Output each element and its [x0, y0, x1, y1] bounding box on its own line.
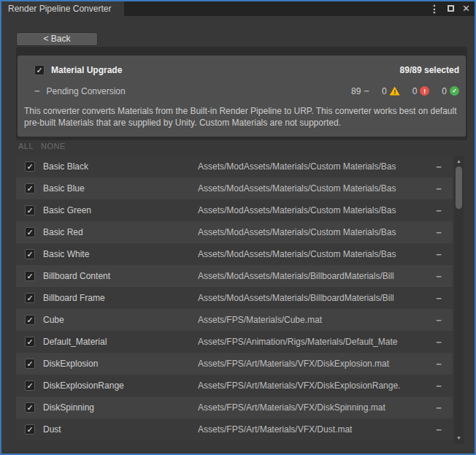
list-item[interactable]: ✓ Basic Black Assets/ModAssets/Materials…	[16, 156, 453, 177]
item-path: Assets/FPS/Materials/Cube.mat	[198, 315, 425, 325]
error-count: 0	[412, 86, 418, 96]
item-name: Basic White	[43, 249, 198, 259]
item-checkbox[interactable]: ✓	[25, 249, 35, 259]
list-item[interactable]: ✓ Basic Blue Assets/ModAssets/Materials/…	[16, 177, 453, 199]
maximize-icon[interactable]	[448, 1, 454, 16]
item-name: Basic Red	[43, 227, 198, 237]
success-icon: ✓	[450, 86, 459, 96]
list-item[interactable]: ✓ DiskExplosion Assets/FPS/Art/Materials…	[16, 353, 453, 375]
status-counters: 89 − 0 ! 0 ! 0 ✓	[351, 85, 459, 96]
item-status-icon: −	[425, 249, 453, 260]
item-status-icon: −	[425, 315, 453, 326]
item-name: DiskExplosionRange	[43, 381, 198, 391]
render-pipeline-converter-window: Render Pipeline Converter ⋮ ✕ < Back ✓ M…	[0, 0, 476, 455]
pending-count: 89	[351, 86, 361, 96]
item-status-icon: −	[425, 381, 453, 391]
item-status-icon: −	[425, 183, 453, 194]
item-path: Assets/ModAssets/Materials/Custom Materi…	[198, 183, 425, 194]
converter-title: Material Upgrade	[51, 65, 122, 75]
list-item[interactable]: ✓ DiskSpinning Assets/FPS/Art/Materials/…	[16, 397, 453, 418]
list-item[interactable]: ✓ Dust Assets/FPS/Art/Materials/VFX/Dust…	[16, 418, 453, 440]
list-item[interactable]: ✓ Default_Material Assets/FPS/Animation/…	[16, 331, 453, 353]
item-checkbox[interactable]: ✓	[25, 271, 35, 281]
vertical-scrollbar[interactable]: ▲ ▼	[454, 156, 464, 444]
item-checkbox[interactable]: ✓	[25, 205, 35, 215]
pending-label: Pending Conversion	[47, 86, 126, 96]
item-status-icon: −	[425, 271, 453, 282]
selection-shortcuts: ALL NONE	[18, 142, 66, 150]
warning-count: 0	[382, 86, 387, 96]
item-status-icon: −	[425, 161, 453, 172]
item-path: Assets/ModAssets/Materials/Custom Materi…	[198, 205, 425, 215]
back-button[interactable]: < Back	[16, 32, 98, 46]
tab-render-pipeline-converter[interactable]: Render Pipeline Converter	[1, 1, 124, 16]
list-item[interactable]: ✓ Cube Assets/FPS/Materials/Cube.mat −	[16, 309, 453, 331]
window-controls: ⋮ ✕	[429, 1, 470, 16]
item-path: Assets/ModAssets/Materials/Custom Materi…	[198, 227, 425, 237]
list-item[interactable]: ✓ Basic Green Assets/ModAssets/Materials…	[16, 199, 453, 221]
item-name: Billboard Content	[43, 271, 198, 281]
item-path: Assets/ModAssets/Materials/BillboardMate…	[198, 293, 425, 303]
item-path: Assets/FPS/Art/Materials/VFX/DiskExplosi…	[198, 381, 425, 391]
list-item[interactable]: ✓ Billboard Content Assets/ModAssets/Mat…	[16, 265, 453, 287]
scrollbar-thumb[interactable]	[456, 167, 462, 209]
item-checkbox[interactable]: ✓	[25, 359, 35, 369]
item-status-icon: −	[425, 424, 453, 435]
item-name: DiskExplosion	[43, 359, 198, 369]
close-icon[interactable]: ✕	[462, 1, 470, 16]
item-checkbox[interactable]: ✓	[25, 227, 35, 237]
converter-header-row: ✓ Material Upgrade 89/89 selected	[34, 65, 459, 75]
item-checkbox[interactable]: ✓	[25, 424, 35, 435]
item-status-icon: −	[425, 205, 453, 216]
item-checkbox[interactable]: ✓	[25, 402, 35, 413]
item-name: Cube	[43, 315, 198, 325]
selected-count: 89/89 selected	[400, 65, 459, 75]
pending-dash-icon: −	[34, 85, 40, 96]
item-path: Assets/ModAssets/Materials/BillboardMate…	[198, 271, 425, 281]
item-path: Assets/FPS/Animation/Rigs/Materials/Defa…	[198, 337, 425, 347]
item-status-icon: −	[425, 359, 453, 370]
item-path: Assets/ModAssets/Materials/Custom Materi…	[198, 249, 425, 259]
converter-description: This converter converts Materials from t…	[24, 105, 459, 129]
item-name: Dust	[43, 424, 198, 435]
list-item[interactable]: ✓ Basic Red Assets/ModAssets/Materials/C…	[16, 221, 453, 243]
item-name: Default_Material	[43, 337, 198, 347]
scroll-down-icon[interactable]: ▼	[454, 435, 464, 442]
error-icon: !	[420, 86, 429, 96]
item-checkbox[interactable]: ✓	[25, 381, 35, 391]
pending-conversion-row: − Pending Conversion 89 − 0 ! 0 ! 0 ✓	[34, 85, 459, 96]
select-none-link[interactable]: NONE	[41, 142, 66, 150]
titlebar: Render Pipeline Converter ⋮ ✕	[1, 1, 475, 16]
item-path: Assets/FPS/Art/Materials/VFX/Dust.mat	[198, 424, 425, 435]
converter-checkbox[interactable]: ✓	[34, 65, 45, 75]
list-item[interactable]: ✓ Billboard Frame Assets/ModAssets/Mater…	[16, 287, 453, 309]
converter-card[interactable]: ✓ Material Upgrade 89/89 selected − Pend…	[18, 56, 466, 137]
warning-icon: !	[390, 87, 400, 96]
item-name: Basic Black	[43, 161, 198, 172]
item-checkbox[interactable]: ✓	[25, 315, 35, 325]
item-status-icon: −	[425, 293, 453, 304]
window-menu-icon[interactable]: ⋮	[429, 1, 439, 16]
item-status-icon: −	[425, 402, 453, 413]
item-checkbox[interactable]: ✓	[25, 161, 35, 172]
item-checkbox[interactable]: ✓	[25, 183, 35, 194]
pending-count-icon: −	[364, 85, 369, 96]
select-all-link[interactable]: ALL	[18, 142, 34, 150]
item-path: Assets/ModAssets/Materials/Custom Materi…	[198, 161, 425, 172]
item-checkbox[interactable]: ✓	[25, 293, 35, 303]
window-title: Render Pipeline Converter	[8, 4, 111, 14]
scroll-up-icon[interactable]: ▲	[454, 158, 464, 165]
list-item[interactable]: ✓ DiskExplosionRange Assets/FPS/Art/Mate…	[16, 375, 453, 397]
success-count: 0	[442, 86, 447, 96]
item-path: Assets/FPS/Art/Materials/VFX/DiskExplosi…	[198, 359, 425, 369]
item-name: DiskSpinning	[43, 402, 198, 413]
item-status-icon: −	[425, 227, 453, 238]
item-status-icon: −	[425, 337, 453, 348]
item-name: Basic Blue	[43, 183, 198, 194]
item-name: Billboard Frame	[43, 293, 198, 303]
item-checkbox[interactable]: ✓	[25, 337, 35, 347]
item-path: Assets/FPS/Art/Materials/VFX/DiskSpinnin…	[198, 402, 425, 413]
material-list: ✓ Basic Black Assets/ModAssets/Materials…	[16, 156, 453, 440]
list-item[interactable]: ✓ Basic White Assets/ModAssets/Materials…	[16, 243, 453, 265]
item-name: Basic Green	[43, 205, 198, 215]
